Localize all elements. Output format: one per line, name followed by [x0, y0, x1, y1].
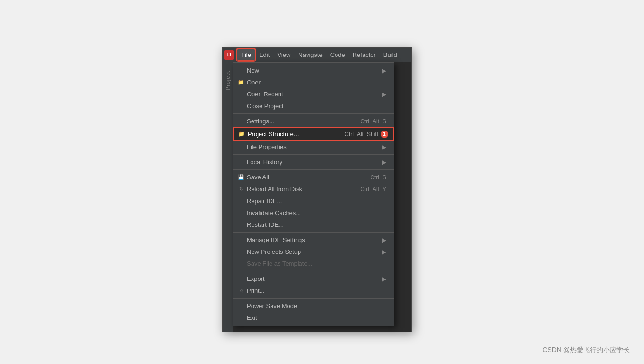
reload-icon: ↻	[237, 186, 245, 193]
file-dropdown-menu: New ▶ 📁 Open... Open Recent ▶ Close Proj…	[233, 62, 394, 326]
settings-label: Settings...	[247, 118, 274, 125]
divider-5	[233, 271, 394, 271]
new-projects-setup-arrow: ▶	[382, 249, 386, 255]
menu-item-settings[interactable]: Settings... Ctrl+Alt+S	[233, 115, 394, 127]
project-structure-label: Project Structure...	[248, 131, 299, 138]
divider-4	[233, 232, 394, 233]
menu-item-manage-ide[interactable]: Manage IDE Settings ▶	[233, 234, 394, 246]
save-all-shortcut: Ctrl+S	[361, 174, 386, 181]
menu-navigate[interactable]: Navigate	[294, 49, 326, 60]
save-all-label: Save All	[247, 174, 269, 181]
project-structure-icon: 📁	[238, 131, 245, 137]
new-label: New	[247, 67, 259, 74]
settings-shortcut: Ctrl+Alt+S	[351, 118, 386, 125]
menu-item-new-projects-setup[interactable]: New Projects Setup ▶	[233, 246, 394, 258]
export-label: Export	[247, 275, 265, 282]
menu-item-project-structure[interactable]: 📁 Project Structure... Ctrl+Alt+Shift+S …	[233, 127, 394, 141]
repair-ide-label: Repair IDE...	[247, 197, 282, 205]
menu-item-save-all[interactable]: 💾 Save All Ctrl+S	[233, 171, 394, 183]
reload-all-label: Reload All from Disk	[247, 186, 302, 193]
menu-item-restart-ide[interactable]: Restart IDE...	[233, 219, 394, 231]
export-arrow: ▶	[382, 276, 386, 282]
menu-item-invalidate-caches[interactable]: Invalidate Caches...	[233, 207, 394, 219]
divider-6	[233, 298, 394, 299]
open-recent-arrow: ▶	[382, 91, 386, 98]
menu-item-power-save[interactable]: Power Save Mode	[233, 300, 394, 312]
restart-ide-label: Restart IDE...	[247, 221, 284, 228]
save-file-template-label: Save File as Template...	[247, 260, 313, 267]
local-history-label: Local History	[247, 159, 282, 166]
menu-item-repair-ide[interactable]: Repair IDE...	[233, 195, 394, 207]
save-all-icon: 💾	[237, 174, 245, 181]
print-label: Print...	[247, 287, 265, 294]
divider-2	[233, 154, 394, 155]
divider-3	[233, 169, 394, 170]
divider-1	[233, 113, 394, 114]
project-structure-shortcut: Ctrl+Alt+Shift+S	[345, 131, 385, 138]
menu-item-reload-all[interactable]: ↻ Reload All from Disk Ctrl+Alt+Y	[233, 183, 394, 195]
manage-ide-label: Manage IDE Settings	[247, 236, 305, 243]
open-label: Open...	[247, 79, 267, 86]
menu-item-close-project[interactable]: Close Project	[233, 100, 394, 112]
new-projects-setup-label: New Projects Setup	[247, 248, 301, 255]
menu-build[interactable]: Build	[380, 49, 401, 60]
menu-item-exit[interactable]: Exit	[233, 312, 394, 324]
new-arrow: ▶	[382, 67, 386, 74]
close-project-label: Close Project	[247, 103, 283, 110]
menu-item-local-history[interactable]: Local History ▶	[233, 156, 394, 168]
open-folder-icon: 📁	[237, 79, 245, 86]
watermark: CSDN @热爱飞行的小应学长	[542, 346, 630, 355]
menu-item-file-properties[interactable]: File Properties ▶	[233, 141, 394, 153]
menu-bar: IJ File Edit View Navigate Code Refactor…	[223, 48, 411, 62]
power-save-label: Power Save Mode	[247, 302, 297, 309]
menu-item-export[interactable]: Export ▶	[233, 273, 394, 285]
sidebar-label: Project	[225, 71, 231, 90]
ide-logo: IJ	[224, 50, 234, 60]
menu-file[interactable]: File	[237, 49, 255, 61]
annotation-badge-1: 1	[381, 131, 388, 138]
menu-item-open[interactable]: 📁 Open...	[233, 76, 394, 88]
print-icon: 🖨	[237, 287, 245, 295]
menu-item-print[interactable]: 🖨 Print...	[233, 285, 394, 297]
invalidate-caches-label: Invalidate Caches...	[247, 209, 301, 216]
exit-label: Exit	[247, 314, 257, 321]
local-history-arrow: ▶	[382, 159, 386, 166]
menu-item-open-recent[interactable]: Open Recent ▶	[233, 88, 394, 100]
menu-item-save-file-template: Save File as Template...	[233, 258, 394, 270]
menu-item-new[interactable]: New ▶	[233, 65, 394, 76]
menu-code[interactable]: Code	[327, 49, 349, 60]
file-properties-label: File Properties	[247, 143, 287, 150]
open-recent-label: Open Recent	[247, 91, 283, 98]
menu-edit[interactable]: Edit	[255, 49, 273, 60]
manage-ide-arrow: ▶	[382, 237, 386, 243]
menu-refactor[interactable]: Refactor	[349, 49, 380, 60]
sidebar-strip: Project	[223, 62, 233, 332]
file-properties-arrow: ▶	[382, 144, 386, 150]
ide-window: IJ File Edit View Navigate Code Refactor…	[222, 47, 412, 332]
menu-view[interactable]: View	[273, 49, 294, 60]
reload-all-shortcut: Ctrl+Alt+Y	[351, 186, 386, 193]
